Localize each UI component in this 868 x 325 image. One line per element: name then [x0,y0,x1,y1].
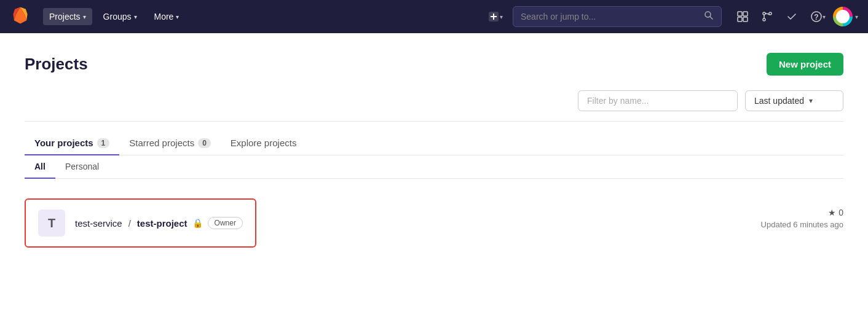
starred-projects-badge: 0 [198,138,211,148]
project-name: test-service / test-project 🔒 Owner [75,217,243,229]
groups-chevron-icon: ▾ [134,14,137,20]
sub-tab-all[interactable]: All [25,155,55,179]
main-content: Projects New project Last updated ▾ Your… [0,33,868,272]
more-nav-btn[interactable]: More ▾ [148,8,186,25]
project-avatar: T [38,209,65,237]
tab-explore-projects[interactable]: Explore projects [221,131,307,155]
svg-rect-11 [738,12,742,16]
svg-line-10 [710,17,712,19]
star-icon: ★ [828,208,836,217]
search-icon [704,10,714,23]
merge-requests-btn[interactable] [756,7,778,26]
project-row: T test-service / test-project 🔒 Owner ★ … [25,189,843,248]
nav-icons: ? ▾ ▾ [732,7,858,26]
avatar-chevron-icon: ▾ [855,14,858,20]
svg-point-17 [769,12,771,15]
create-new-btn[interactable]: ▾ [483,7,508,26]
stars-value: 0 [838,208,843,217]
sub-tab-personal[interactable]: Personal [55,155,109,179]
todos-btn[interactable] [781,7,803,26]
user-avatar[interactable] [833,7,853,26]
search-input[interactable] [521,12,699,22]
filter-row: Last updated ▾ [25,90,843,122]
svg-point-16 [763,18,765,21]
user-avatar-wrapper[interactable]: ▾ [833,7,858,26]
new-project-button[interactable]: New project [767,53,843,76]
issues-btn[interactable] [732,7,754,26]
project-card[interactable]: T test-service / test-project 🔒 Owner [25,198,256,248]
help-chevron-icon: ▾ [823,14,826,20]
page-title: Projects [25,55,88,74]
tab-your-projects[interactable]: Your projects 1 [25,131,119,155]
project-meta: ★ 0 Updated 6 minutes ago [761,208,843,229]
svg-rect-13 [738,17,742,22]
updated-text: Updated 6 minutes ago [761,220,843,229]
project-info: test-service / test-project 🔒 Owner [75,217,243,229]
svg-text:?: ? [814,13,818,22]
sort-chevron-icon: ▾ [809,96,813,105]
sub-tabs: All Personal [25,155,843,179]
svg-marker-5 [14,14,26,24]
project-namespace: test-service [75,218,122,229]
project-repo: test-project [137,218,187,229]
help-btn[interactable]: ? ▾ [805,7,831,26]
sort-label: Last updated [754,96,804,106]
projects-chevron-icon: ▾ [83,14,86,20]
svg-rect-12 [743,12,748,16]
sort-dropdown[interactable]: Last updated ▾ [745,90,843,111]
create-chevron-icon: ▾ [500,14,503,20]
lock-icon: 🔒 [192,218,203,228]
svg-rect-14 [743,17,748,22]
projects-nav-btn[interactable]: Projects ▾ [43,8,92,25]
tab-starred-projects[interactable]: Starred projects 0 [119,131,221,155]
stars-count: ★ 0 [828,208,843,217]
main-tabs: Your projects 1 Starred projects 0 Explo… [25,131,843,155]
groups-nav-btn[interactable]: Groups ▾ [97,8,143,25]
filter-input[interactable] [578,90,738,111]
navbar: Projects ▾ Groups ▾ More ▾ ▾ [0,0,868,33]
more-chevron-icon: ▾ [176,14,179,20]
projects-list: T test-service / test-project 🔒 Owner ★ … [25,189,843,248]
search-bar [513,6,722,27]
gitlab-logo[interactable] [10,5,34,28]
owner-badge: Owner [208,217,243,229]
page-header: Projects New project [25,53,843,76]
your-projects-badge: 1 [97,138,110,148]
